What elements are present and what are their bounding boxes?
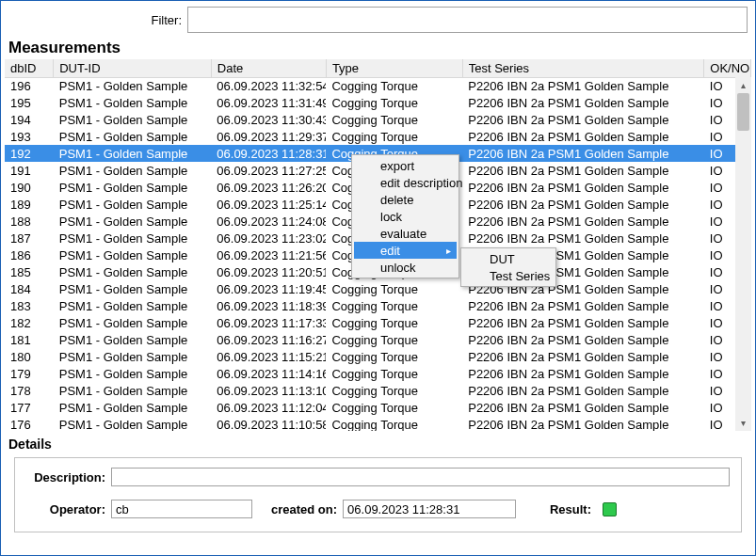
cell-dbid[interactable]: 188 (5, 213, 54, 230)
cell-ts[interactable]: P2206 IBN 2a PSM1 Golden Sample (462, 213, 704, 230)
cell-type[interactable]: Cogging Torque (326, 94, 462, 111)
table-row[interactable]: 179PSM1 - Golden Sample06.09.2023 11:14:… (5, 365, 751, 382)
cell-date[interactable]: 06.09.2023 11:31:49 (211, 94, 326, 111)
created-on-input[interactable] (343, 500, 516, 518)
cell-dutid[interactable]: PSM1 - Golden Sample (54, 213, 212, 230)
cell-dutid[interactable]: PSM1 - Golden Sample (54, 230, 212, 246)
cell-dutid[interactable]: PSM1 - Golden Sample (54, 331, 212, 348)
cell-dutid[interactable]: PSM1 - Golden Sample (54, 128, 212, 145)
cell-type[interactable]: Cogging Torque (326, 399, 462, 416)
ctx-item-edit[interactable]: edit▸ (354, 242, 457, 259)
cell-type[interactable]: Cogging Torque (326, 77, 462, 94)
cell-dbid[interactable]: 196 (5, 77, 54, 94)
vertical-scrollbar[interactable]: ▴ ▾ (735, 77, 751, 431)
cell-dutid[interactable]: PSM1 - Golden Sample (54, 77, 212, 94)
cell-dbid[interactable]: 190 (5, 179, 54, 196)
cell-dbid[interactable]: 180 (5, 348, 54, 365)
cell-type[interactable]: Cogging Torque (326, 382, 462, 399)
cell-date[interactable]: 06.09.2023 11:32:54 (211, 77, 326, 94)
cell-dbid[interactable]: 181 (5, 331, 54, 348)
cell-date[interactable]: 06.09.2023 11:15:21 (211, 348, 326, 365)
table-row[interactable]: 194PSM1 - Golden Sample06.09.2023 11:30:… (5, 111, 751, 128)
context-submenu-edit[interactable]: DUTTest Series (460, 247, 556, 287)
ctx-item-unlock[interactable]: unlock (354, 259, 457, 276)
cell-dutid[interactable]: PSM1 - Golden Sample (54, 382, 212, 399)
table-row[interactable]: 182PSM1 - Golden Sample06.09.2023 11:17:… (5, 314, 751, 331)
ctx-item-lock[interactable]: lock (354, 208, 457, 225)
cell-date[interactable]: 06.09.2023 11:28:31 (211, 145, 326, 162)
cell-date[interactable]: 06.09.2023 11:27:25 (211, 162, 326, 179)
cell-dbid[interactable]: 195 (5, 94, 54, 111)
cell-type[interactable]: Cogging Torque (326, 416, 462, 431)
table-row[interactable]: 196PSM1 - Golden Sample06.09.2023 11:32:… (5, 77, 751, 94)
cell-dbid[interactable]: 192 (5, 145, 54, 162)
cell-ts[interactable]: P2206 IBN 2a PSM1 Golden Sample (462, 416, 704, 431)
cell-type[interactable]: Cogging Torque (326, 365, 462, 382)
ctx-subitem-Test-Series[interactable]: Test Series (463, 267, 554, 284)
cell-ts[interactable]: P2206 IBN 2a PSM1 Golden Sample (462, 399, 704, 416)
ctx-item-edit-description[interactable]: edit description (354, 174, 457, 191)
col-header-dutid[interactable]: DUT-ID (54, 59, 212, 77)
cell-dbid[interactable]: 182 (5, 314, 54, 331)
cell-date[interactable]: 06.09.2023 11:10:58 (211, 416, 326, 431)
cell-date[interactable]: 06.09.2023 11:19:45 (211, 280, 326, 297)
cell-ts[interactable]: P2206 IBN 2a PSM1 Golden Sample (462, 331, 704, 348)
table-row[interactable]: 176PSM1 - Golden Sample06.09.2023 11:10:… (5, 416, 751, 431)
cell-dbid[interactable]: 186 (5, 246, 54, 263)
table-row[interactable]: 195PSM1 - Golden Sample06.09.2023 11:31:… (5, 94, 751, 111)
col-header-okno[interactable]: OK/NO (704, 59, 751, 77)
table-row[interactable]: 193PSM1 - Golden Sample06.09.2023 11:29:… (5, 128, 751, 145)
cell-ts[interactable]: P2206 IBN 2a PSM1 Golden Sample (462, 297, 704, 314)
col-header-ts[interactable]: Test Series (462, 59, 704, 77)
cell-dutid[interactable]: PSM1 - Golden Sample (54, 145, 212, 162)
cell-ts[interactable]: P2206 IBN 2a PSM1 Golden Sample (462, 348, 704, 365)
cell-ts[interactable]: P2206 IBN 2a PSM1 Golden Sample (462, 230, 704, 246)
cell-type[interactable]: Cogging Torque (326, 280, 462, 297)
cell-dbid[interactable]: 187 (5, 230, 54, 246)
ctx-item-export[interactable]: export (354, 157, 457, 174)
cell-date[interactable]: 06.09.2023 11:14:16 (211, 365, 326, 382)
cell-dutid[interactable]: PSM1 - Golden Sample (54, 111, 212, 128)
description-input[interactable] (111, 468, 730, 486)
cell-date[interactable]: 06.09.2023 11:12:04 (211, 399, 326, 416)
cell-ts[interactable]: P2206 IBN 2a PSM1 Golden Sample (462, 196, 704, 213)
cell-date[interactable]: 06.09.2023 11:25:14 (211, 196, 326, 213)
cell-ts[interactable]: P2206 IBN 2a PSM1 Golden Sample (462, 111, 704, 128)
cell-date[interactable]: 06.09.2023 11:16:27 (211, 331, 326, 348)
cell-dutid[interactable]: PSM1 - Golden Sample (54, 416, 212, 431)
table-row[interactable]: 184PSM1 - Golden Sample06.09.2023 11:19:… (5, 280, 751, 297)
cell-ts[interactable]: P2206 IBN 2a PSM1 Golden Sample (462, 162, 704, 179)
cell-dutid[interactable]: PSM1 - Golden Sample (54, 399, 212, 416)
cell-dutid[interactable]: PSM1 - Golden Sample (54, 348, 212, 365)
cell-date[interactable]: 06.09.2023 11:13:10 (211, 382, 326, 399)
table-header-row[interactable]: dbID DUT-ID Date Type Test Series OK/NO (5, 59, 751, 77)
col-header-dbid[interactable]: dbID (5, 59, 54, 77)
cell-dbid[interactable]: 177 (5, 399, 54, 416)
table-row[interactable]: 183PSM1 - Golden Sample06.09.2023 11:18:… (5, 297, 751, 314)
cell-ts[interactable]: P2206 IBN 2a PSM1 Golden Sample (462, 179, 704, 196)
cell-dbid[interactable]: 183 (5, 297, 54, 314)
cell-date[interactable]: 06.09.2023 11:18:39 (211, 297, 326, 314)
cell-dbid[interactable]: 185 (5, 263, 54, 280)
cell-ts[interactable]: P2206 IBN 2a PSM1 Golden Sample (462, 94, 704, 111)
cell-ts[interactable]: P2206 IBN 2a PSM1 Golden Sample (462, 128, 704, 145)
cell-date[interactable]: 06.09.2023 11:23:02 (211, 230, 326, 246)
ctx-subitem-DUT[interactable]: DUT (463, 250, 554, 267)
table-row[interactable]: 178PSM1 - Golden Sample06.09.2023 11:13:… (5, 382, 751, 399)
table-row[interactable]: 177PSM1 - Golden Sample06.09.2023 11:12:… (5, 399, 751, 416)
cell-date[interactable]: 06.09.2023 11:17:33 (211, 314, 326, 331)
col-header-date[interactable]: Date (211, 59, 326, 77)
cell-dbid[interactable]: 176 (5, 416, 54, 431)
cell-dbid[interactable]: 184 (5, 280, 54, 297)
cell-date[interactable]: 06.09.2023 11:30:43 (211, 111, 326, 128)
cell-dbid[interactable]: 194 (5, 111, 54, 128)
cell-dutid[interactable]: PSM1 - Golden Sample (54, 246, 212, 263)
cell-dutid[interactable]: PSM1 - Golden Sample (54, 162, 212, 179)
cell-date[interactable]: 06.09.2023 11:24:08 (211, 213, 326, 230)
cell-ts[interactable]: P2206 IBN 2a PSM1 Golden Sample (462, 77, 704, 94)
cell-dutid[interactable]: PSM1 - Golden Sample (54, 179, 212, 196)
cell-date[interactable]: 06.09.2023 11:29:37 (211, 128, 326, 145)
ctx-item-evaluate[interactable]: evaluate (354, 225, 457, 242)
cell-dutid[interactable]: PSM1 - Golden Sample (54, 280, 212, 297)
scroll-down-icon[interactable]: ▾ (735, 415, 751, 431)
